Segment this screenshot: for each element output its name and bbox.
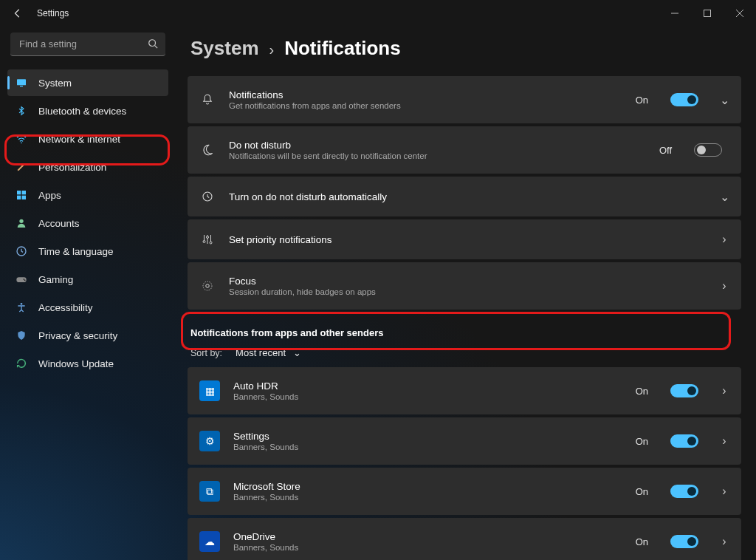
sidebar-item-label: Windows Update: [38, 358, 114, 369]
search-input[interactable]: [10, 33, 165, 56]
chevron-down-icon[interactable]: ⌄: [719, 93, 729, 107]
breadcrumb-parent[interactable]: System: [190, 37, 259, 60]
search-wrap: [10, 33, 165, 56]
apps-icon: [15, 188, 28, 202]
brush-icon: [15, 160, 28, 174]
app-icon: ☁: [199, 531, 220, 552]
svg-rect-0: [704, 10, 711, 17]
toggle-switch[interactable]: [670, 535, 698, 548]
setting-subtitle: Session duration, hide badges on apps: [229, 287, 706, 296]
app-icon: ▦: [199, 380, 220, 401]
setting-focus[interactable]: Focus Session duration, hide badges on a…: [188, 262, 741, 310]
sidebar-item-system[interactable]: System: [7, 69, 168, 96]
chevron-right-icon[interactable]: ›: [719, 279, 729, 293]
svg-point-14: [21, 303, 23, 305]
sidebar-item-accessibility[interactable]: Accessibility: [7, 294, 168, 321]
shield-icon: [15, 329, 28, 342]
toggle-state: On: [636, 436, 648, 447]
minimize-button[interactable]: [659, 1, 691, 25]
app-sender-row[interactable]: ☁OneDriveBanners, SoundsOn›: [188, 518, 741, 560]
setting-subtitle: Get notifications from apps and other se…: [229, 101, 622, 110]
app-sender-row[interactable]: ⧉Microsoft StoreBanners, SoundsOn›: [188, 468, 741, 515]
app-name: OneDrive: [233, 531, 622, 542]
setting-subtitle: Notifications will be sent directly to n…: [229, 151, 646, 160]
app-name: Auto HDR: [233, 380, 622, 392]
sidebar-item-network-internet[interactable]: Network & internet: [7, 126, 168, 152]
close-button[interactable]: [724, 1, 756, 25]
sidebar-item-label: Network & internet: [38, 134, 120, 145]
setting-priority[interactable]: Set priority notifications ›: [188, 219, 741, 259]
update-icon: [15, 357, 28, 370]
chevron-right-icon: ›: [269, 41, 275, 58]
app-icon: ⚙: [199, 431, 220, 451]
toggle-state: On: [636, 486, 648, 497]
person-icon: [15, 216, 28, 230]
toggle-state: On: [636, 536, 648, 547]
sidebar-item-time-language[interactable]: Time & language: [7, 238, 168, 264]
app-name: Settings: [233, 431, 622, 442]
toggle-switch[interactable]: [670, 93, 698, 106]
toggle-switch[interactable]: [694, 143, 722, 157]
svg-rect-5: [17, 191, 21, 194]
sidebar-item-label: Bluetooth & devices: [38, 106, 126, 117]
svg-point-17: [206, 284, 210, 288]
chevron-right-icon[interactable]: ›: [719, 384, 729, 397]
search-icon: [148, 38, 158, 49]
setting-title: Turn on do not disturb automatically: [229, 191, 706, 202]
sidebar-item-windows-update[interactable]: Windows Update: [7, 350, 168, 377]
svg-rect-2: [17, 79, 26, 85]
target-icon: [199, 279, 216, 293]
app-sender-row[interactable]: ⚙SettingsBanners, SoundsOn›: [188, 417, 741, 465]
chevron-right-icon[interactable]: ›: [719, 434, 729, 448]
sidebar: SystemBluetooth & devicesNetwork & inter…: [0, 27, 176, 560]
back-button[interactable]: [7, 3, 28, 24]
sidebar-item-personalization[interactable]: Personalization: [7, 154, 168, 180]
sidebar-item-apps[interactable]: Apps: [7, 182, 168, 208]
sidebar-item-accounts[interactable]: Accounts: [7, 210, 168, 236]
svg-point-16: [203, 281, 212, 290]
app-sub: Banners, Sounds: [233, 443, 622, 451]
sidebar-item-gaming[interactable]: Gaming: [7, 266, 168, 293]
svg-point-4: [21, 143, 22, 144]
setting-notifications[interactable]: Notifications Get notifications from app…: [188, 76, 741, 123]
svg-rect-6: [22, 191, 26, 194]
nav-list: SystemBluetooth & devicesNetwork & inter…: [7, 69, 168, 377]
sort-label: Sort by:: [190, 348, 222, 358]
sidebar-item-label: Accounts: [38, 218, 80, 229]
bell-icon: [199, 93, 216, 106]
sidebar-item-label: Time & language: [38, 246, 114, 257]
window-title: Settings: [37, 8, 69, 18]
setting-title: Set priority notifications: [229, 234, 706, 245]
arrow-left-icon: [13, 8, 23, 18]
app-sub: Banners, Sounds: [233, 493, 622, 502]
setting-title: Do not disturb: [229, 140, 646, 151]
app-sender-row[interactable]: ▦Auto HDRBanners, SoundsOn›: [188, 367, 741, 414]
app-sub: Banners, Sounds: [233, 392, 622, 401]
main-content[interactable]: System › Notifications Notifications Get…: [176, 27, 756, 560]
chevron-right-icon[interactable]: ›: [719, 485, 729, 498]
sidebar-item-privacy-security[interactable]: Privacy & security: [7, 322, 168, 349]
maximize-button[interactable]: [691, 1, 724, 25]
access-icon: [15, 301, 28, 314]
sort-dropdown[interactable]: Most recent ⌄: [230, 344, 307, 361]
toggle-switch[interactable]: [670, 485, 698, 498]
toggle-switch[interactable]: [670, 434, 698, 448]
app-name: Microsoft Store: [233, 481, 622, 492]
toggle-switch[interactable]: [670, 384, 698, 397]
svg-point-9: [19, 219, 23, 223]
chevron-right-icon[interactable]: ›: [719, 233, 729, 246]
setting-dnd-auto[interactable]: Turn on do not disturb automatically ⌄: [188, 177, 741, 216]
toggle-state: On: [636, 95, 648, 106]
chevron-down-icon: ⌄: [293, 347, 301, 358]
sidebar-item-bluetooth-devices[interactable]: Bluetooth & devices: [7, 98, 168, 124]
chevron-right-icon[interactable]: ›: [719, 535, 729, 548]
titlebar: Settings: [0, 0, 756, 27]
moon-icon: [199, 143, 216, 157]
breadcrumb: System › Notifications: [190, 37, 741, 60]
clock-icon: [15, 245, 28, 258]
svg-rect-7: [17, 196, 21, 199]
chevron-down-icon[interactable]: ⌄: [719, 190, 729, 204]
setting-title: Focus: [229, 276, 706, 287]
wifi-icon: [15, 132, 28, 146]
setting-do-not-disturb[interactable]: Do not disturb Notifications will be sen…: [188, 126, 741, 174]
